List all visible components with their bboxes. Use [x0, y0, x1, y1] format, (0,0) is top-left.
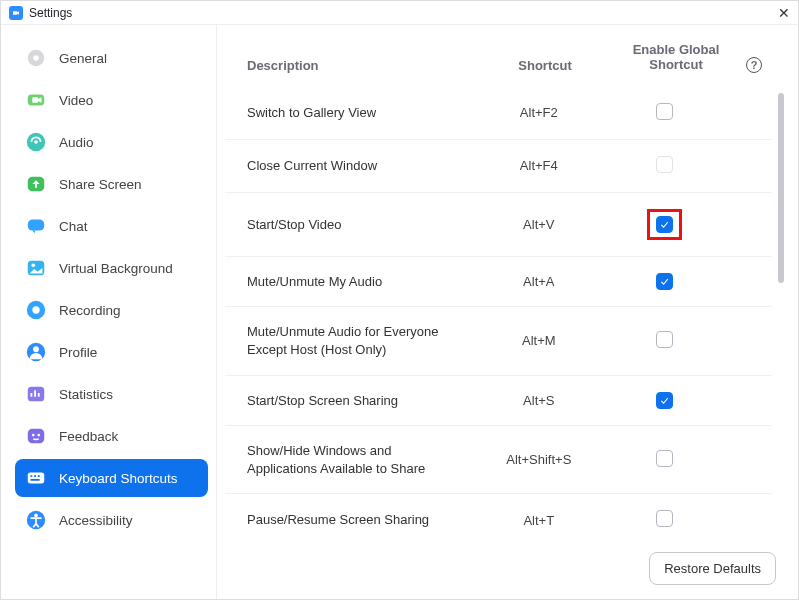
sidebar-item-share[interactable]: Share Screen: [15, 165, 208, 203]
shortcut-keys[interactable]: Alt+V: [474, 217, 604, 232]
sidebar-item-label: Profile: [59, 345, 97, 360]
sidebar-item-statistics[interactable]: Statistics: [15, 375, 208, 413]
highlight-annotation: [647, 209, 682, 240]
sidebar-item-label: Recording: [59, 303, 121, 318]
global-shortcut-checkbox[interactable]: [656, 103, 673, 120]
svg-point-23: [34, 514, 38, 518]
keyboard-icon: [25, 467, 47, 489]
shortcut-description: Show/Hide Windows and Applications Avail…: [247, 442, 474, 477]
shortcut-keys[interactable]: Alt+M: [474, 333, 604, 348]
shortcut-keys[interactable]: Alt+F2: [474, 105, 604, 120]
svg-rect-17: [28, 473, 45, 484]
sidebar-item-label: Video: [59, 93, 93, 108]
shortcut-description: Pause/Resume Screen Sharing: [247, 511, 474, 529]
svg-point-12: [33, 346, 39, 352]
titlebar: Settings ✕: [1, 1, 798, 25]
shortcut-row: Switch to Gallery ViewAlt+F2: [225, 87, 772, 140]
svg-point-8: [31, 263, 35, 267]
sidebar-item-recording[interactable]: Recording: [15, 291, 208, 329]
shortcut-row: Pause/Resume Screen SharingAlt+T: [225, 494, 772, 538]
window-title: Settings: [29, 6, 72, 20]
sidebar: GeneralVideoAudioShare ScreenChatVirtual…: [1, 25, 217, 599]
shortcut-description: Start/Stop Video: [247, 216, 474, 234]
sidebar-item-virtualbg[interactable]: Virtual Background: [15, 249, 208, 287]
svg-point-1: [33, 55, 39, 61]
global-shortcut-checkbox[interactable]: [656, 273, 673, 290]
sidebar-item-profile[interactable]: Profile: [15, 333, 208, 371]
share-icon: [25, 173, 47, 195]
scrollbar[interactable]: [778, 93, 784, 283]
svg-rect-14: [28, 429, 45, 444]
shortcut-description: Mute/Unmute Audio for Everyone Except Ho…: [247, 323, 474, 358]
sidebar-item-feedback[interactable]: Feedback: [15, 417, 208, 455]
svg-rect-21: [31, 479, 40, 481]
svg-point-4: [34, 140, 38, 144]
shortcuts-table: Switch to Gallery ViewAlt+F2Close Curren…: [225, 87, 772, 538]
shortcut-row: Show/Hide Windows and Applications Avail…: [225, 426, 772, 494]
sidebar-item-label: Accessibility: [59, 513, 133, 528]
shortcut-description: Switch to Gallery View: [247, 104, 474, 122]
shortcut-description: Close Current Window: [247, 157, 474, 175]
shortcut-row: Mute/Unmute Audio for Everyone Except Ho…: [225, 307, 772, 375]
statistics-icon: [25, 383, 47, 405]
sidebar-item-chat[interactable]: Chat: [15, 207, 208, 245]
svg-point-10: [32, 306, 39, 313]
shortcut-row: Start/Stop Screen SharingAlt+S: [225, 376, 772, 427]
sidebar-item-label: Virtual Background: [59, 261, 173, 276]
shortcut-description: Mute/Unmute My Audio: [247, 273, 474, 291]
shortcut-row: Mute/Unmute My AudioAlt+A: [225, 257, 772, 308]
recording-icon: [25, 299, 47, 321]
global-shortcut-checkbox[interactable]: [656, 156, 673, 173]
shortcut-keys[interactable]: Alt+S: [474, 393, 604, 408]
sidebar-item-label: General: [59, 51, 107, 66]
accessibility-icon: [25, 509, 47, 531]
svg-point-15: [32, 434, 35, 437]
shortcut-row: Close Current WindowAlt+F4: [225, 140, 772, 193]
chat-icon: [25, 215, 47, 237]
svg-rect-6: [28, 220, 45, 231]
sidebar-item-accessibility[interactable]: Accessibility: [15, 501, 208, 539]
general-icon: [25, 47, 47, 69]
global-shortcut-checkbox[interactable]: [656, 450, 673, 467]
video-icon: [25, 89, 47, 111]
app-icon: [9, 6, 23, 20]
sidebar-item-label: Share Screen: [59, 177, 142, 192]
shortcut-keys[interactable]: Alt+A: [474, 274, 604, 289]
shortcut-row: Start/Stop VideoAlt+V: [225, 193, 772, 257]
sidebar-item-keyboard[interactable]: Keyboard Shortcuts: [15, 459, 208, 497]
column-shortcut: Shortcut: [474, 58, 616, 73]
column-global: Enable Global Shortcut: [616, 43, 736, 73]
shortcut-description: Start/Stop Screen Sharing: [247, 392, 474, 410]
column-description: Description: [247, 58, 474, 73]
feedback-icon: [25, 425, 47, 447]
shortcut-keys[interactable]: Alt+T: [474, 513, 604, 528]
virtualbg-icon: [25, 257, 47, 279]
profile-icon: [25, 341, 47, 363]
svg-rect-20: [38, 475, 40, 477]
sidebar-item-label: Keyboard Shortcuts: [59, 471, 178, 486]
global-shortcut-checkbox[interactable]: [656, 216, 673, 233]
sidebar-item-label: Feedback: [59, 429, 118, 444]
help-icon[interactable]: ?: [746, 57, 762, 73]
column-header-row: Description Shortcut Enable Global Short…: [217, 25, 798, 87]
svg-rect-18: [31, 475, 33, 477]
shortcut-keys[interactable]: Alt+F4: [474, 158, 604, 173]
sidebar-item-general[interactable]: General: [15, 39, 208, 77]
restore-defaults-button[interactable]: Restore Defaults: [649, 552, 776, 585]
global-shortcut-checkbox[interactable]: [656, 510, 673, 527]
shortcut-keys[interactable]: Alt+Shift+S: [474, 452, 604, 467]
global-shortcut-checkbox[interactable]: [656, 392, 673, 409]
close-icon[interactable]: ✕: [778, 5, 790, 21]
main-panel: Description Shortcut Enable Global Short…: [217, 25, 798, 599]
sidebar-item-label: Chat: [59, 219, 88, 234]
global-shortcut-checkbox[interactable]: [656, 331, 673, 348]
audio-icon: [25, 131, 47, 153]
svg-point-16: [37, 434, 40, 437]
sidebar-item-video[interactable]: Video: [15, 81, 208, 119]
sidebar-item-label: Statistics: [59, 387, 113, 402]
svg-rect-19: [34, 475, 36, 477]
sidebar-item-audio[interactable]: Audio: [15, 123, 208, 161]
sidebar-item-label: Audio: [59, 135, 94, 150]
